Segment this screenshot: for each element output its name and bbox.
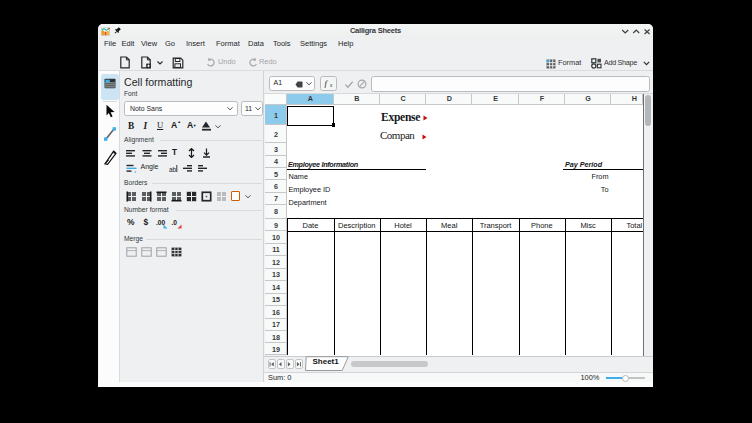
svg-text:ab: ab <box>169 165 177 172</box>
